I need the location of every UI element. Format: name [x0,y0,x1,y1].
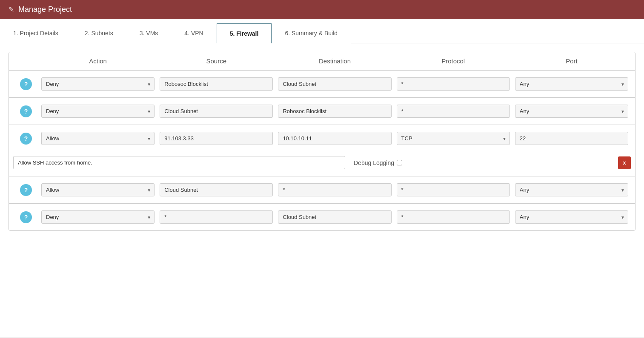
action-select-row1[interactable]: Deny Allow [41,77,155,91]
protocol-input-row2[interactable] [397,105,510,118]
port-select-row5[interactable]: Any 22 80 443 [515,210,628,224]
table-row: ? Deny Allow [9,71,635,98]
destination-input-row3[interactable] [278,132,391,145]
destination-input-row4[interactable] [278,183,391,196]
tabs-container: 1. Project Details 2. Subnets 3. VMs 4. … [0,19,644,43]
tab-summary-build[interactable]: 6. Summary & Build [272,23,351,43]
source-input-row4[interactable] [160,183,273,196]
protocol-input-row1[interactable] [397,77,510,91]
tab-firewall[interactable]: 5. Firewall [217,23,272,43]
debug-logging-label: Debug Logging [354,159,394,166]
port-select-row1[interactable]: Any 22 80 443 [515,77,628,91]
protocol-input-row5[interactable] [397,210,510,224]
firewall-table: Action Source Destination Protocol Port … [9,52,635,231]
debug-logging-checkbox-row3[interactable] [397,160,402,165]
app-title: Manage Project [18,5,72,14]
help-button-row5[interactable]: ? [20,211,32,223]
col-header-port: Port [512,57,631,65]
table-row: ? Deny Allow [9,98,635,125]
source-input-row2[interactable] [160,105,273,118]
destination-input-row1[interactable] [278,77,391,91]
action-select-row2[interactable]: Deny Allow [41,105,155,118]
action-select-row4[interactable]: Allow Deny [41,183,155,196]
delete-button-row3[interactable]: x [618,156,631,169]
port-select-row4[interactable]: Any 22 80 443 [515,183,628,196]
title-bar: ✎ Manage Project [0,0,644,19]
help-button-row2[interactable]: ? [20,105,32,117]
port-select-row2[interactable]: Any 22 80 443 [515,105,628,118]
table-row-expanded: ? Allow Deny [9,125,635,176]
tab-vpn[interactable]: 4. VPN [171,23,216,43]
help-button-row4[interactable]: ? [20,184,32,196]
action-select-row5[interactable]: Deny Allow [41,210,155,224]
help-button-row1[interactable]: ? [20,78,32,90]
help-button-row3[interactable]: ? [20,133,32,145]
row3-extra: Debug Logging x [9,152,635,176]
table-row: ? Allow Deny [9,176,635,204]
col-header-source: Source [157,57,275,65]
edit-icon: ✎ [9,6,14,14]
destination-input-row2[interactable] [278,105,391,118]
description-input-row3[interactable] [13,156,345,169]
source-input-row5[interactable] [160,210,273,224]
col-header-action: Action [39,57,157,65]
table-header: Action Source Destination Protocol Port [9,52,635,71]
destination-input-row5[interactable] [278,210,391,224]
tab-subnets[interactable]: 2. Subnets [72,23,126,43]
source-input-row1[interactable] [160,77,273,91]
tab-project-details[interactable]: 1. Project Details [0,23,72,43]
action-select-row3[interactable]: Allow Deny [41,132,155,145]
table-row: ? Deny Allow [9,204,635,230]
protocol-input-row4[interactable] [397,183,510,196]
source-input-row3[interactable] [160,132,273,145]
debug-logging-row3: Debug Logging [354,159,402,166]
protocol-select-row3[interactable]: TCP UDP ICMP * [397,132,510,145]
port-input-row3[interactable] [515,132,628,145]
col-header-destination: Destination [275,57,394,65]
col-header-protocol: Protocol [394,57,512,65]
tab-vms[interactable]: 3. VMs [126,23,172,43]
